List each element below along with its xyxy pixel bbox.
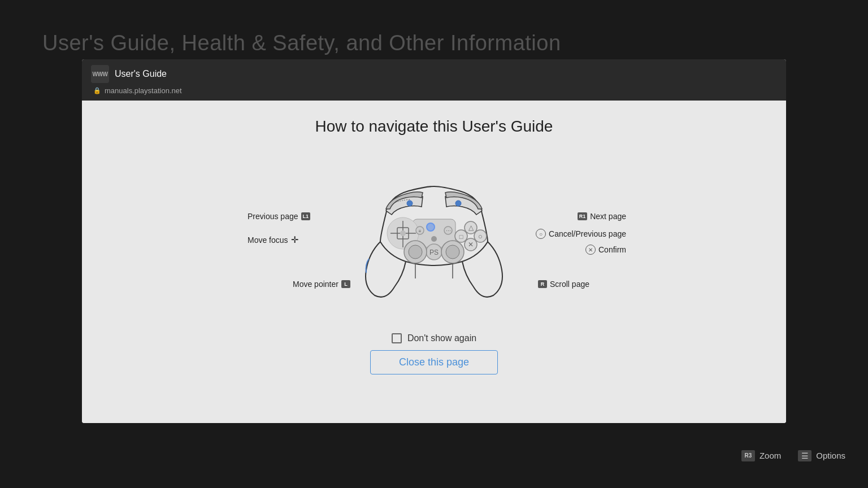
options-action: ☰ Options (798, 450, 845, 461)
r3-badge: R3 (741, 450, 755, 461)
dont-show-label: Don't show again (407, 333, 476, 343)
label-previous-page: Previous page L1 (248, 212, 310, 221)
svg-point-1 (407, 201, 413, 206)
modal-window: WWW User's Guide 🔒 manuals.playstation.n… (82, 59, 786, 423)
browser-icon: WWW (91, 65, 109, 83)
bottom-bar: R3 Zoom ☰ Options (0, 423, 868, 488)
svg-text:□: □ (459, 233, 463, 240)
lock-icon: 🔒 (93, 87, 101, 94)
svg-point-26 (446, 245, 459, 259)
svg-point-2 (455, 201, 461, 206)
l-stick-badge: L (341, 280, 350, 288)
label-move-focus: Move focus ✛ (248, 234, 298, 245)
browser-bar: WWW User's Guide 🔒 manuals.playstation.n… (82, 59, 786, 101)
dont-show-checkbox[interactable] (392, 333, 402, 343)
svg-point-23 (409, 245, 422, 259)
r1-badge: R1 (578, 212, 588, 220)
svg-text:PS: PS (429, 249, 439, 256)
label-confirm: ✕ Confirm (585, 245, 626, 255)
svg-text:≡: ≡ (419, 229, 422, 234)
dpad-icon: ✛ (291, 234, 298, 245)
svg-point-7 (400, 230, 406, 236)
circle-icon: ○ (536, 229, 546, 239)
controller-diagram: △ □ ○ ✕ PS ≡ ⋯ (236, 152, 632, 322)
label-cancel-previous: ○ Cancel/Previous page (536, 229, 626, 239)
options-icon: ☰ (798, 450, 811, 461)
x-icon: ✕ (585, 245, 596, 255)
content-area: How to navigate this User's Guide (82, 101, 786, 423)
r-stick-badge: R (538, 280, 547, 288)
browser-title: User's Guide (115, 69, 167, 79)
svg-text:○: ○ (478, 232, 483, 241)
svg-text:△: △ (468, 224, 474, 232)
label-move-pointer: Move pointer L (293, 280, 350, 289)
label-next-page: R1 Next page (578, 212, 626, 221)
page-heading: How to navigate this User's Guide (315, 117, 553, 136)
close-button[interactable]: Close this page (370, 350, 498, 374)
svg-text:✕: ✕ (468, 241, 474, 249)
dont-show-row: Don't show again (392, 333, 476, 343)
svg-point-28 (431, 236, 437, 242)
zoom-label: Zoom (760, 451, 781, 460)
zoom-action: R3 Zoom (741, 450, 781, 461)
svg-text:⋯: ⋯ (446, 228, 451, 234)
l1-badge: L1 (301, 212, 311, 220)
label-scroll-page: R Scroll page (538, 280, 589, 289)
background-title: User's Guide, Health & Safety, and Other… (42, 31, 561, 55)
controller-svg: △ □ ○ ✕ PS ≡ ⋯ (327, 168, 541, 306)
browser-url: manuals.playstation.net (105, 86, 182, 95)
options-label: Options (816, 451, 845, 460)
